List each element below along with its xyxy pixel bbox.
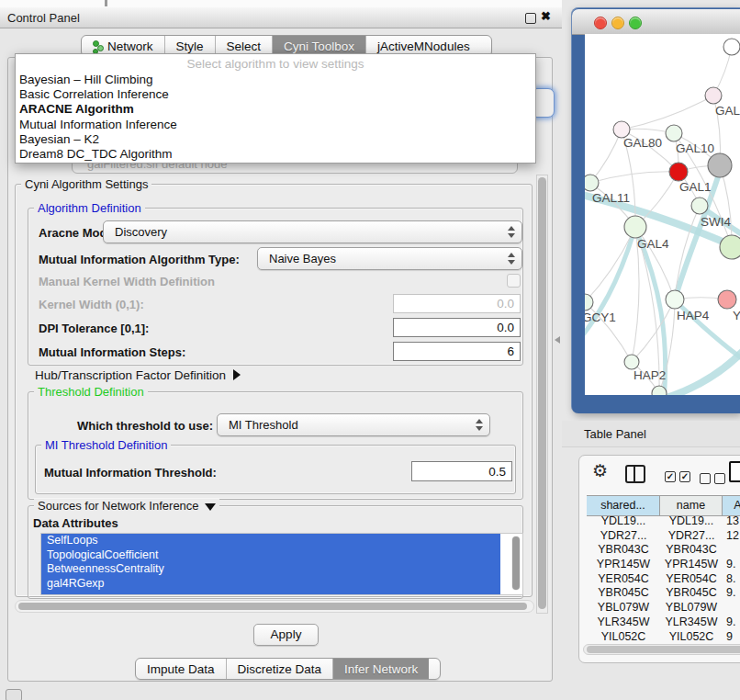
tab-discretize-data[interactable]: Discretize Data xyxy=(227,659,334,679)
bottom-left-button[interactable] xyxy=(6,689,22,700)
table-cell: YDL19... xyxy=(587,514,660,529)
algorithm-option[interactable]: Basic Correlation Inference xyxy=(16,87,535,102)
dpi-tolerance-label: DPI Tolerance [0,1]: xyxy=(39,322,149,335)
table-row[interactable]: YDR27...YDR27...12 xyxy=(587,529,740,544)
table-cell: YBR043C xyxy=(587,543,660,558)
minimize-traffic-light-icon[interactable] xyxy=(611,17,624,29)
gear-icon[interactable]: ⚙ xyxy=(592,462,608,480)
network-node-hap2[interactable] xyxy=(624,355,639,369)
bottom-tab-bar: Impute DataDiscretize DataInfer Network xyxy=(135,658,441,680)
close-icon[interactable]: ✖ xyxy=(541,9,551,23)
column-header-1[interactable]: shared... xyxy=(587,496,660,515)
table-horizontal-scrollbar-thumb[interactable] xyxy=(587,646,740,653)
unchecked-checkbox-icon[interactable] xyxy=(700,473,711,484)
node-label: GAL11 xyxy=(592,191,630,205)
checked-checkbox-icon[interactable]: ✓ xyxy=(665,471,676,482)
which-threshold-combo[interactable]: MI Threshold xyxy=(217,413,490,436)
kernel-width-input[interactable] xyxy=(393,294,521,313)
node-label: HAP2 xyxy=(633,368,666,382)
table-row[interactable]: YBL079WYBL079W xyxy=(587,601,740,615)
manual-kernel-checkbox[interactable] xyxy=(507,274,521,288)
mi-threshold-input[interactable] xyxy=(411,461,512,481)
column-header-2[interactable]: name xyxy=(660,496,723,515)
float-panel-icon[interactable] xyxy=(525,13,536,24)
network-node[interactable] xyxy=(720,235,740,259)
checked-checkbox-icon[interactable]: ✓ xyxy=(679,471,690,482)
algorithm-popup-header: Select algorithm to view settings xyxy=(16,54,535,73)
table-row[interactable]: YIL052CYIL052C9 xyxy=(587,630,740,645)
document-icon[interactable] xyxy=(729,461,740,482)
network-node-gcy1[interactable] xyxy=(585,294,593,310)
node-label: SWI4 xyxy=(701,215,731,229)
mi-type-combo[interactable]: Naive Bayes xyxy=(257,247,522,270)
which-threshold-value: MI Threshold xyxy=(229,418,298,432)
cyni-algorithm-settings-title: Cyni Algorithm Settings xyxy=(21,177,151,191)
apply-button[interactable]: Apply xyxy=(253,624,319,646)
algorithm-option[interactable]: Mutual Information Inference xyxy=(16,118,535,132)
algorithm-option[interactable]: Dream8 DC_TDC Algorithm xyxy=(16,147,535,162)
aracne-mode-value: Discovery xyxy=(115,225,167,239)
aracne-mode-combo[interactable]: Discovery xyxy=(103,220,522,243)
table-row[interactable]: YBR043CYBR043C xyxy=(587,543,740,558)
tab-label: Discretize Data xyxy=(238,662,322,676)
settings-horizontal-scrollbar[interactable] xyxy=(15,600,534,613)
mi-steps-label: Mutual Information Steps: xyxy=(39,345,185,359)
tab-impute-data[interactable]: Impute Data xyxy=(136,659,227,679)
table-row[interactable]: YER054CYER054C8. xyxy=(587,572,740,587)
network-node-swi4[interactable] xyxy=(691,198,708,214)
table-cell: YER054C xyxy=(660,572,723,587)
network-node-gal4[interactable] xyxy=(624,216,646,238)
algorithm-option[interactable]: Bayesian – Hill Climbing xyxy=(16,73,535,87)
network-node-hap4[interactable] xyxy=(666,290,684,309)
network-node[interactable] xyxy=(723,39,740,55)
network-tab-icon xyxy=(93,40,104,51)
unchecked-checkbox-icon[interactable] xyxy=(714,473,725,484)
threshold-definition-title: Threshold Definition xyxy=(34,385,148,399)
tab-label: Style xyxy=(176,40,204,53)
data-attribute-item[interactable]: BetweennessCentrality xyxy=(41,562,500,577)
network-node-gal11[interactable] xyxy=(585,175,599,191)
table-row[interactable]: YLR345WYLR345W9. xyxy=(587,615,740,630)
algorithm-option[interactable]: ARACNE Algorithm xyxy=(16,102,535,117)
network-node-y[interactable] xyxy=(718,290,736,309)
table-cell: YBR045C xyxy=(587,586,660,601)
table-cell: 9. xyxy=(723,586,740,601)
settings-vertical-scrollbar-thumb[interactable] xyxy=(538,177,546,609)
table-cell: YDL19... xyxy=(660,514,723,529)
sources-group-title: Sources for Network Inference xyxy=(34,499,219,513)
close-traffic-light-icon[interactable] xyxy=(594,17,607,29)
panel-resize-arrow[interactable] xyxy=(555,336,560,344)
network-node-gal10[interactable] xyxy=(666,125,682,141)
network-node-gal[interactable] xyxy=(705,87,722,104)
attributes-list-scrollbar-thumb[interactable] xyxy=(512,536,520,590)
network-node[interactable] xyxy=(708,153,732,177)
network-node-gal1[interactable] xyxy=(669,163,688,181)
zoom-traffic-light-icon[interactable] xyxy=(629,17,642,29)
tab-infer-network[interactable]: Infer Network xyxy=(333,659,429,679)
screen: Control Panel ✖ NetworkStyleSelectCyni T… xyxy=(0,0,740,700)
data-attribute-item[interactable]: SelfLoops xyxy=(41,534,500,548)
settings-vertical-scrollbar[interactable] xyxy=(536,175,548,614)
network-window-titlebar[interactable] xyxy=(572,9,740,35)
table-row[interactable]: YDL19...YDL19...13 xyxy=(587,514,740,529)
table-cell: 12 xyxy=(723,529,740,544)
columns-icon[interactable] xyxy=(625,465,645,483)
data-attribute-item[interactable]: gal4RGexp xyxy=(41,577,500,592)
table-row[interactable]: YPR145WYPR145W9. xyxy=(587,558,740,572)
expanded-arrow-icon xyxy=(205,503,216,511)
network-canvas[interactable]: GALGAL80GAL10GAL1GAL11SWI4GAL4HAP4YGCY1H… xyxy=(585,34,740,395)
mi-steps-input[interactable] xyxy=(393,342,521,361)
data-attribute-item[interactable]: TopologicalCoefficient xyxy=(41,548,500,563)
settings-horizontal-scrollbar-thumb[interactable] xyxy=(18,603,527,610)
table-panel-title: Table Panel xyxy=(584,427,646,441)
attributes-list-scrollbar[interactable] xyxy=(511,536,521,591)
algorithm-option[interactable]: Bayesian – K2 xyxy=(16,132,535,147)
table-row[interactable]: YBR045CYBR045C9. xyxy=(587,586,740,601)
column-header-3[interactable]: A xyxy=(723,496,740,515)
tab-label: Network xyxy=(107,40,153,53)
node-label: GAL80 xyxy=(623,136,662,150)
table-horizontal-scrollbar[interactable] xyxy=(583,644,740,655)
hub-definition-toggle[interactable]: Hub/Transcription Factor Definition xyxy=(35,368,241,382)
combo-updown-icon xyxy=(508,226,515,238)
dpi-tolerance-input[interactable] xyxy=(393,318,521,337)
